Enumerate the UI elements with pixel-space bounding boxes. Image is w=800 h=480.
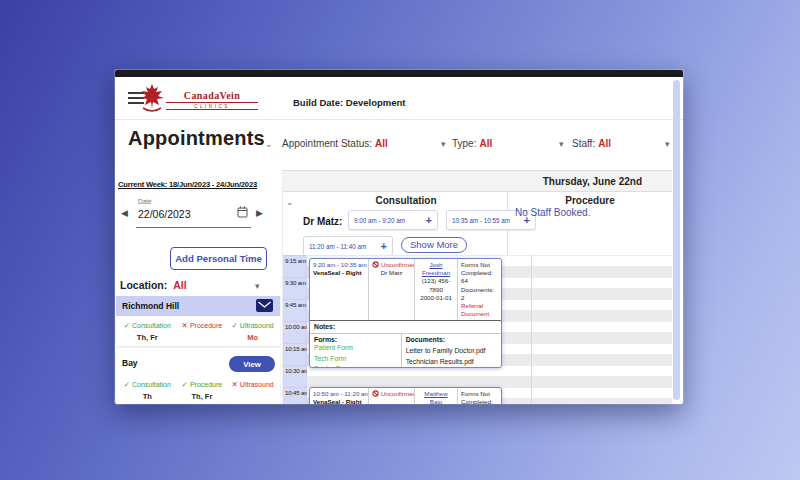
view-location-button[interactable]: View [229, 356, 275, 372]
time-label: 10:30 am [285, 367, 309, 374]
check-icon: ✓ [232, 321, 238, 330]
mail-icon[interactable] [256, 299, 273, 312]
patient-phone: (123) 456-7890 [418, 277, 454, 293]
form-link[interactable]: Doctor Form [314, 364, 397, 368]
consultation-days: Th [118, 392, 177, 401]
time-label: 10:00 am [285, 323, 309, 330]
appointment-card[interactable]: 9:20 am - 10:35 am VenaSeal - Right Unco… [309, 258, 502, 368]
appointment-time-cell: 9:20 am - 10:35 am VenaSeal - Right [310, 259, 369, 320]
staff-chevron-down-icon[interactable]: ▾ [665, 140, 670, 149]
document-link[interactable]: Technician Results.pdf [406, 358, 497, 365]
availability-slot-chip[interactable]: 11:20 am - 11:40 am + [303, 236, 393, 256]
forms-status: Forms Not Completed: 93 [461, 390, 498, 404]
plus-icon[interactable]: + [381, 240, 387, 252]
documents-count: Documents: 2 [461, 286, 498, 302]
service-ultrasound: ✕Ultrasound [227, 380, 278, 389]
add-personal-time-button[interactable]: Add Personal Time [170, 247, 267, 270]
filter-type-value: All [479, 138, 492, 149]
filter-appointment-status[interactable]: Appointment Status:All [282, 138, 388, 149]
logo-name: CanadaVein [166, 90, 258, 101]
procedure-days: Th, Fr [177, 392, 228, 401]
service-procedure: ✓Procedure [177, 380, 228, 389]
maple-leaf-icon [140, 84, 164, 116]
previous-day-button[interactable]: ◀ [121, 208, 128, 218]
logo-subtitle: CLINICS [166, 102, 258, 110]
cross-icon: ✕ [232, 380, 238, 389]
filter-status-value: All [375, 138, 388, 149]
calendar-icon[interactable] [237, 206, 248, 218]
filter-status-label: Appointment Status: [282, 138, 372, 149]
time-label: 10:45 am [285, 389, 309, 396]
service-days-row: Th, Fr Mo [116, 332, 280, 346]
patient-link[interactable]: Josh Freedman [418, 261, 454, 277]
service-consultation: ✓Consultation [118, 321, 177, 330]
no-staff-booked-text: No Staff Booked. [515, 207, 590, 218]
title-collapse-chevron-icon[interactable]: ⌄ [265, 140, 273, 149]
check-icon: ✓ [124, 380, 130, 389]
appointment-header: 9:20 am - 10:35 am VenaSeal - Right Unco… [310, 259, 501, 321]
appointment-body: Forms: Patient Form Tech Form Doctor For… [310, 334, 501, 368]
time-label: 9:30 am [285, 279, 306, 286]
desktop-background: CanadaVein CLINICS Build Date: Developme… [0, 0, 800, 480]
day-header-band: Thursday, June 22nd [283, 170, 672, 192]
date-field-value: 22/06/2023 [138, 208, 191, 220]
status-chevron-down-icon[interactable]: ▾ [441, 140, 446, 149]
document-link[interactable]: Letter to Family Doctor.pdf [406, 347, 497, 354]
referral-document-link[interactable]: Referral Document [461, 302, 498, 318]
appointment-time-cell: 10:50 am - 11:20 am VenaSeal - Right [310, 388, 369, 404]
patient-cell: Josh Freedman (123) 456-7890 2000-01-01 [415, 259, 458, 320]
date-picker-field[interactable]: Date 22/06/2023 [136, 197, 251, 228]
next-day-button[interactable]: ▶ [256, 208, 263, 218]
consultation-column-header: Consultation [307, 195, 505, 206]
unconfirmed-icon [372, 261, 379, 268]
appointment-header: 10:50 am - 11:20 am VenaSeal - Right Unc… [310, 388, 501, 404]
location-label: Location: [120, 279, 167, 291]
forms-status: Forms Not Completed: 64 [461, 261, 498, 286]
time-label: 10:15 am [285, 345, 309, 352]
app-bar: CanadaVein CLINICS Build Date: Developme… [115, 77, 683, 120]
location-card-header: Bay View [116, 353, 280, 375]
documents-column: Documents: Letter to Family Doctor.pdf T… [402, 334, 501, 368]
form-link[interactable]: Tech Form [314, 354, 397, 365]
check-icon: ✓ [124, 321, 130, 330]
app-window: CanadaVein CLINICS Build Date: Developme… [115, 70, 683, 404]
day-header: Thursday, June 22nd [543, 176, 642, 187]
procedure-column-header: Procedure [508, 195, 672, 206]
location-value: All [173, 279, 186, 291]
service-procedure: ✕Procedure [177, 321, 228, 330]
location-card-richmond-hill: Richmond Hill ✓Consultation ✕Procedure ✓… [116, 296, 280, 346]
patient-link[interactable]: Matthew Baio [418, 390, 454, 404]
appointment-time: 9:20 am - 10:35 am [313, 261, 365, 269]
location-card-bay: Bay View ✓Consultation ✓Procedure ✕Ultra… [116, 353, 280, 404]
vertical-scrollbar[interactable] [673, 80, 680, 400]
ultrasound-days: Mo [227, 333, 278, 342]
filter-type[interactable]: Type:All [452, 138, 492, 149]
date-field-label: Date [138, 198, 152, 205]
documents-label: Documents: [406, 336, 497, 343]
location-filter[interactable]: Location: All [120, 279, 187, 291]
check-icon: ✓ [182, 380, 188, 389]
forms-status-cell: Forms Not Completed: 93 Documents: 2 [458, 388, 501, 404]
show-more-button[interactable]: Show More [401, 237, 467, 253]
filter-staff[interactable]: Staff:All [572, 138, 611, 149]
availability-slot-chip[interactable]: 9:00 am - 9:20 am + [348, 210, 438, 230]
appointment-card[interactable]: 10:50 am - 11:20 am VenaSeal - Right Unc… [309, 387, 502, 404]
location-chevron-down-icon[interactable]: ▾ [255, 282, 260, 291]
forms-label: Forms: [314, 336, 397, 343]
plus-icon[interactable]: + [426, 214, 432, 226]
appointment-time: 10:50 am - 11:20 am [313, 390, 365, 398]
time-label: 9:45 am [285, 301, 306, 308]
ultrasound-days [227, 392, 278, 401]
type-chevron-down-icon[interactable]: ▾ [559, 140, 564, 149]
form-link[interactable]: Patient Form [314, 343, 397, 354]
logo-text: CanadaVein CLINICS [166, 90, 258, 110]
time-rail: 9:15 am 9:30 am 9:45 am 10:00 am 10:15 a… [283, 255, 307, 404]
grid-column-divider [531, 255, 532, 404]
availability-collapse-chevron-icon[interactable]: ⌄ [286, 198, 294, 207]
filter-type-label: Type: [452, 138, 476, 149]
cross-icon: ✕ [182, 321, 188, 330]
forms-status-cell: Forms Not Completed: 64 Documents: 2 Ref… [458, 259, 501, 320]
location-name: Richmond Hill [122, 301, 179, 311]
services-row: ✓Consultation ✕Procedure ✓Ultrasound [116, 316, 280, 332]
appointment-treatment: VenaSeal - Right [313, 269, 365, 277]
